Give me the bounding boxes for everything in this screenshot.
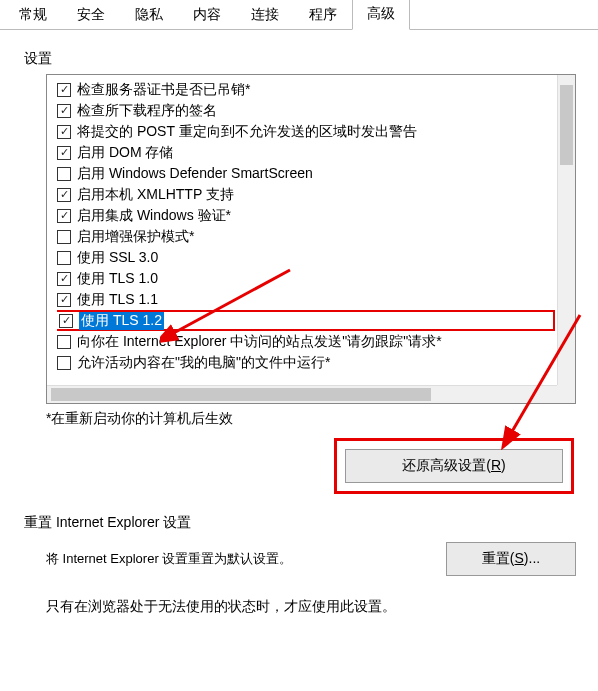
horizontal-scrollbar[interactable] <box>47 385 557 403</box>
checkbox-icon[interactable] <box>57 272 71 286</box>
setting-label: 启用集成 Windows 验证* <box>77 207 231 225</box>
setting-item-2[interactable]: 将提交的 POST 重定向到不允许发送的区域时发出警告 <box>57 121 555 142</box>
checkbox-icon[interactable] <box>57 146 71 160</box>
tabs-bar: 常规安全隐私内容连接程序高级 <box>0 0 598 30</box>
checkbox-icon[interactable] <box>57 125 71 139</box>
checkbox-icon[interactable] <box>57 167 71 181</box>
settings-list[interactable]: 检查服务器证书是否已吊销*检查所下载程序的签名将提交的 POST 重定向到不允许… <box>57 79 555 385</box>
setting-label: 使用 TLS 1.1 <box>77 291 158 309</box>
tab-content: 设置 检查服务器证书是否已吊销*检查所下载程序的签名将提交的 POST 重定向到… <box>0 30 598 632</box>
settings-label: 设置 <box>24 50 576 68</box>
checkbox-icon[interactable] <box>57 293 71 307</box>
setting-label: 使用 TLS 1.2 <box>79 312 164 330</box>
setting-item-9[interactable]: 使用 TLS 1.0 <box>57 268 555 289</box>
setting-item-6[interactable]: 启用集成 Windows 验证* <box>57 205 555 226</box>
reset-button[interactable]: 重置(S)... <box>446 542 576 576</box>
checkbox-icon[interactable] <box>57 251 71 265</box>
checkbox-icon[interactable] <box>57 230 71 244</box>
vscroll-thumb[interactable] <box>560 85 573 165</box>
checkbox-icon[interactable] <box>57 335 71 349</box>
tab-1[interactable]: 安全 <box>62 0 120 30</box>
setting-label: 将提交的 POST 重定向到不允许发送的区域时发出警告 <box>77 123 417 141</box>
tab-6[interactable]: 高级 <box>352 0 410 30</box>
setting-item-7[interactable]: 启用增强保护模式* <box>57 226 555 247</box>
setting-label: 检查所下载程序的签名 <box>77 102 217 120</box>
settings-listbox: 检查服务器证书是否已吊销*检查所下载程序的签名将提交的 POST 重定向到不允许… <box>46 74 576 404</box>
tab-4[interactable]: 连接 <box>236 0 294 30</box>
reset-description: 将 Internet Explorer 设置重置为默认设置。 <box>46 550 292 568</box>
tab-0[interactable]: 常规 <box>4 0 62 30</box>
hscroll-thumb[interactable] <box>51 388 431 401</box>
scroll-corner <box>557 385 575 403</box>
setting-label: 检查服务器证书是否已吊销* <box>77 81 250 99</box>
setting-item-8[interactable]: 使用 SSL 3.0 <box>57 247 555 268</box>
setting-label: 向你在 Internet Explorer 中访问的站点发送"请勿跟踪"请求* <box>77 333 442 351</box>
checkbox-icon[interactable] <box>57 104 71 118</box>
checkbox-icon[interactable] <box>57 188 71 202</box>
setting-item-11[interactable]: 使用 TLS 1.2 <box>57 310 555 331</box>
setting-label: 启用增强保护模式* <box>77 228 194 246</box>
setting-label: 启用本机 XMLHTTP 支持 <box>77 186 234 204</box>
setting-label: 启用 Windows Defender SmartScreen <box>77 165 313 183</box>
reset-title: 重置 Internet Explorer 设置 <box>24 514 576 532</box>
vertical-scrollbar[interactable] <box>557 75 575 385</box>
checkbox-icon[interactable] <box>57 83 71 97</box>
setting-item-13[interactable]: 允许活动内容在"我的电脑"的文件中运行* <box>57 352 555 373</box>
reset-note: 只有在浏览器处于无法使用的状态时，才应使用此设置。 <box>46 598 576 616</box>
restart-note: *在重新启动你的计算机后生效 <box>46 410 576 428</box>
setting-item-4[interactable]: 启用 Windows Defender SmartScreen <box>57 163 555 184</box>
tab-5[interactable]: 程序 <box>294 0 352 30</box>
checkbox-icon[interactable] <box>59 314 73 328</box>
setting-item-5[interactable]: 启用本机 XMLHTTP 支持 <box>57 184 555 205</box>
setting-label: 允许活动内容在"我的电脑"的文件中运行* <box>77 354 330 372</box>
restore-button-highlight: 还原高级设置(R) <box>334 438 574 494</box>
setting-item-3[interactable]: 启用 DOM 存储 <box>57 142 555 163</box>
setting-item-10[interactable]: 使用 TLS 1.1 <box>57 289 555 310</box>
setting-label: 使用 TLS 1.0 <box>77 270 158 288</box>
setting-label: 使用 SSL 3.0 <box>77 249 158 267</box>
checkbox-icon[interactable] <box>57 356 71 370</box>
setting-label: 启用 DOM 存储 <box>77 144 173 162</box>
tab-2[interactable]: 隐私 <box>120 0 178 30</box>
setting-item-0[interactable]: 检查服务器证书是否已吊销* <box>57 79 555 100</box>
setting-item-12[interactable]: 向你在 Internet Explorer 中访问的站点发送"请勿跟踪"请求* <box>57 331 555 352</box>
checkbox-icon[interactable] <box>57 209 71 223</box>
restore-defaults-button[interactable]: 还原高级设置(R) <box>345 449 563 483</box>
setting-item-1[interactable]: 检查所下载程序的签名 <box>57 100 555 121</box>
tab-3[interactable]: 内容 <box>178 0 236 30</box>
